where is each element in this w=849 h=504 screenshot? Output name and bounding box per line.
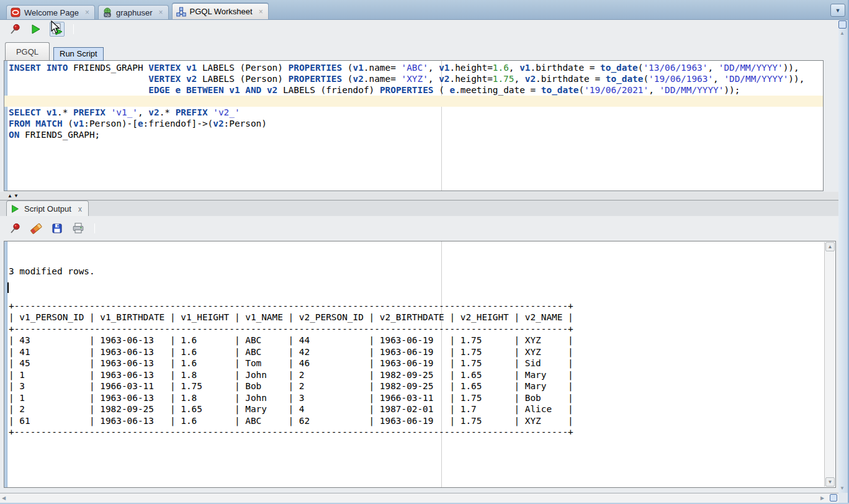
mouse-cursor: [51, 20, 60, 34]
save-button[interactable]: [50, 221, 65, 236]
pushpin-icon: [9, 24, 21, 35]
pushpin-icon: [9, 223, 21, 235]
tab-pgql[interactable]: PGQL: [5, 42, 50, 60]
script-output-tab-label: Script Output: [24, 204, 71, 214]
tab-welcome-page[interactable]: Welcome Page ×: [6, 5, 95, 19]
close-icon[interactable]: ×: [158, 8, 163, 17]
floppy-disk-icon: [52, 223, 63, 234]
pin-button[interactable]: [7, 22, 22, 37]
output-gutter: [4, 241, 7, 487]
output-tab-row: Script Output x: [0, 200, 849, 216]
vertical-scrollbar-thumb[interactable]: [838, 20, 847, 29]
window-vertical-scrollbar[interactable]: ▲ ▼: [838, 20, 848, 493]
close-icon[interactable]: x: [78, 205, 82, 214]
print-button[interactable]: [71, 221, 86, 236]
pin-button[interactable]: [7, 221, 22, 236]
run-button[interactable]: [29, 22, 43, 37]
tab-label: graphuser: [116, 8, 153, 17]
run-script-tooltip: Run Script: [53, 47, 104, 61]
pgql-tab-label: PGQL: [16, 47, 38, 56]
tab-list-dropdown-button[interactable]: ▼: [830, 4, 845, 17]
editor-gutter: [4, 61, 7, 191]
green-play-icon: [11, 204, 20, 214]
chevron-down-icon: ▼: [835, 7, 841, 14]
worksheet-tab-row: PGQL: [0, 38, 849, 60]
horizontal-scrollbar-thumb[interactable]: [830, 494, 837, 502]
tooltip-text: Run Script: [60, 49, 97, 58]
collapse-up-icon[interactable]: ▲: [7, 194, 12, 199]
printer-icon: [72, 222, 84, 235]
eraser-icon: [29, 222, 43, 235]
svg-text:SQL: SQL: [104, 14, 110, 17]
tab-label: Welcome Page: [24, 8, 79, 17]
script-output-panel[interactable]: 3 modified rows. +----------------------…: [4, 241, 836, 488]
oracle-icon: [11, 7, 20, 17]
sql-database-icon: SQL: [102, 7, 112, 17]
collapse-down-icon[interactable]: ▼: [14, 194, 19, 199]
code-lines: INSERT INTO FRIENDS_GRAPH VERTEX v1 LABE…: [9, 62, 823, 140]
arrow-left-icon[interactable]: ◀: [2, 495, 6, 501]
worksheet-toolbar: |: [0, 20, 849, 38]
output-vertical-scrollbar[interactable]: ▲ ▼: [824, 242, 835, 487]
clear-output-button[interactable]: [29, 221, 43, 236]
toolbar-separator: |: [94, 223, 95, 233]
window-horizontal-scrollbar[interactable]: ◀ ▶: [0, 493, 838, 503]
arrow-up-icon: ▲: [828, 244, 833, 250]
tab-pgql-worksheet[interactable]: PGQL Worksheet ×: [172, 2, 269, 19]
application-window: Welcome Page × SQL graphuser × PGQL Work…: [0, 0, 849, 504]
script-output-text: 3 modified rows. +----------------------…: [9, 243, 573, 438]
scroll-up-button[interactable]: ▲: [825, 242, 835, 251]
tab-graphuser[interactable]: SQL graphuser ×: [98, 5, 169, 19]
tab-label: PGQL Worksheet: [190, 7, 253, 16]
scroll-down-button[interactable]: ▼: [825, 477, 835, 487]
tab-script-output[interactable]: Script Output x: [6, 200, 89, 217]
arrow-down-icon: ▼: [828, 479, 833, 485]
document-tab-bar: Welcome Page × SQL graphuser × PGQL Work…: [0, 0, 849, 20]
horizontal-splitter[interactable]: ▲ ▼: [0, 192, 849, 200]
close-icon[interactable]: ×: [85, 8, 89, 17]
close-icon[interactable]: ×: [259, 7, 263, 16]
toolbar-separator: |: [73, 24, 74, 34]
arrow-right-icon[interactable]: ▶: [820, 495, 824, 501]
arrow-down-icon[interactable]: ▼: [840, 485, 845, 491]
graph-nodes-icon: [176, 7, 186, 17]
run-icon: [30, 24, 42, 35]
script-output-toolbar: |: [0, 216, 849, 241]
pgql-code-editor[interactable]: INSERT INTO FRIENDS_GRAPH VERTEX v1 LABE…: [4, 60, 824, 191]
arrow-up-icon[interactable]: ▲: [840, 30, 845, 36]
